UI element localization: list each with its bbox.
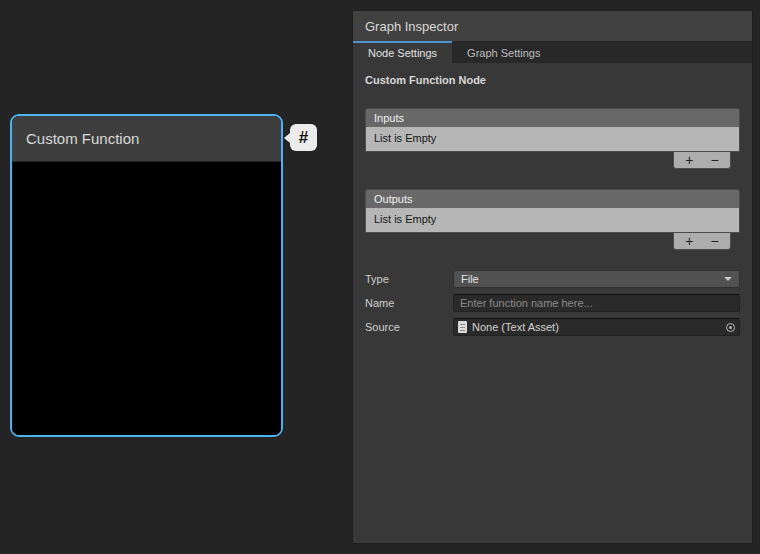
inputs-list-header: Inputs [365, 108, 740, 127]
object-picker-button[interactable] [721, 319, 739, 335]
inputs-list-title: Inputs [374, 112, 404, 124]
source-row: Source None (Text Asset) [365, 318, 740, 336]
tab-graph-settings-label: Graph Settings [467, 47, 540, 59]
text-asset-icon [458, 321, 467, 333]
inputs-empty-label: List is Empty [374, 132, 436, 144]
inputs-add-button[interactable]: + [679, 153, 699, 168]
inspector-content: Custom Function Node Inputs List is Empt… [353, 63, 752, 543]
object-picker-icon [726, 323, 735, 332]
inputs-remove-button[interactable]: − [705, 153, 725, 168]
function-name-input[interactable] [453, 294, 740, 312]
outputs-list-header: Outputs [365, 189, 740, 208]
chevron-down-icon [724, 277, 732, 281]
outputs-list-buttons: + − [673, 233, 731, 250]
source-object-field[interactable]: None (Text Asset) [453, 318, 740, 336]
name-label: Name [365, 297, 453, 309]
type-dropdown-value: File [461, 273, 479, 285]
tab-node-settings[interactable]: Node Settings [353, 41, 452, 63]
inputs-list-footer: + − [365, 152, 740, 169]
node-body [12, 162, 281, 435]
tab-graph-settings[interactable]: Graph Settings [452, 41, 555, 63]
inputs-list: Inputs List is Empty + − [365, 108, 740, 169]
source-object-value: None (Text Asset) [472, 321, 559, 333]
outputs-empty-label: List is Empty [374, 213, 436, 225]
hash-badge-label: # [299, 128, 308, 148]
outputs-list-title: Outputs [374, 193, 413, 205]
type-dropdown[interactable]: File [453, 270, 740, 288]
panel-title-bar: Graph Inspector [353, 11, 752, 41]
outputs-list: Outputs List is Empty + − [365, 189, 740, 250]
node-title: Custom Function [26, 130, 139, 147]
custom-function-node[interactable]: Custom Function [10, 114, 283, 437]
outputs-add-button[interactable]: + [679, 234, 699, 249]
inputs-list-empty-row: List is Empty [365, 127, 740, 152]
section-title: Custom Function Node [365, 74, 740, 86]
outputs-list-footer: + − [365, 233, 740, 250]
type-row: Type File [365, 270, 740, 288]
outputs-remove-button[interactable]: − [705, 234, 725, 249]
outputs-list-empty-row: List is Empty [365, 208, 740, 233]
inspector-tab-bar: Node Settings Graph Settings [353, 41, 752, 63]
panel-title: Graph Inspector [365, 19, 458, 34]
name-row: Name [365, 294, 740, 312]
type-label: Type [365, 273, 453, 285]
graph-inspector-panel: Graph Inspector Node Settings Graph Sett… [352, 10, 753, 544]
tab-node-settings-label: Node Settings [368, 47, 437, 59]
inputs-list-buttons: + − [673, 152, 731, 169]
hash-badge-icon[interactable]: # [290, 124, 317, 151]
source-label: Source [365, 321, 453, 333]
node-header[interactable]: Custom Function [12, 116, 281, 162]
